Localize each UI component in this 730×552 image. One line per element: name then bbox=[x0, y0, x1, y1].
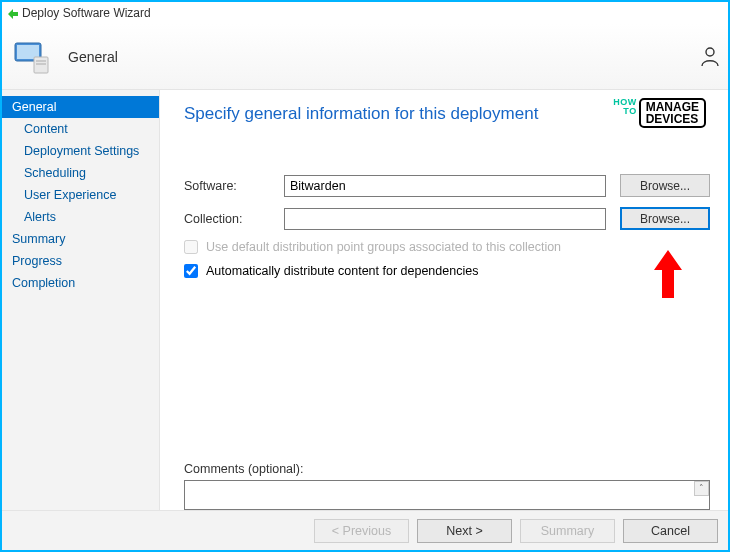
watermark: HOWTO MANAGEDEVICES bbox=[613, 98, 706, 128]
summary-button: Summary bbox=[520, 519, 615, 543]
default-dp-checkbox bbox=[184, 240, 198, 254]
cancel-button[interactable]: Cancel bbox=[623, 519, 718, 543]
comments-scroll-up-icon[interactable]: ˄ bbox=[694, 481, 709, 496]
window-title: Deploy Software Wizard bbox=[22, 6, 151, 20]
titlebar: Deploy Software Wizard bbox=[2, 2, 728, 24]
app-arrow-icon bbox=[8, 8, 18, 18]
auto-distribute-label: Automatically distribute content for dep… bbox=[206, 264, 478, 278]
auto-distribute-checkbox[interactable] bbox=[184, 264, 198, 278]
sidebar-item-general[interactable]: General bbox=[2, 96, 159, 118]
next-button[interactable]: Next > bbox=[417, 519, 512, 543]
header: General bbox=[2, 24, 728, 90]
software-browse-button[interactable]: Browse... bbox=[620, 174, 710, 197]
sidebar-item-scheduling[interactable]: Scheduling bbox=[2, 162, 159, 184]
sidebar-item-user-experience[interactable]: User Experience bbox=[2, 184, 159, 206]
sidebar-item-deployment-settings[interactable]: Deployment Settings bbox=[2, 140, 159, 162]
sidebar-item-progress[interactable]: Progress bbox=[2, 250, 159, 272]
svg-point-5 bbox=[706, 48, 714, 56]
comments-textarea[interactable] bbox=[184, 480, 710, 510]
software-input[interactable] bbox=[284, 175, 606, 197]
default-dp-label: Use default distribution point groups as… bbox=[206, 240, 561, 254]
monitor-icon bbox=[12, 37, 52, 77]
collection-browse-button[interactable]: Browse... bbox=[620, 207, 710, 230]
auto-distribute-checkbox-row[interactable]: Automatically distribute content for dep… bbox=[184, 264, 710, 278]
sidebar-item-alerts[interactable]: Alerts bbox=[2, 206, 159, 228]
svg-rect-4 bbox=[36, 63, 46, 65]
previous-button: < Previous bbox=[314, 519, 409, 543]
comments-label: Comments (optional): bbox=[184, 462, 304, 476]
sidebar-item-completion[interactable]: Completion bbox=[2, 272, 159, 294]
content-pane: HOWTO MANAGEDEVICES Specify general info… bbox=[160, 90, 728, 510]
sidebar-item-content[interactable]: Content bbox=[2, 118, 159, 140]
svg-rect-3 bbox=[36, 60, 46, 62]
collection-input[interactable] bbox=[284, 208, 606, 230]
sidebar-item-summary[interactable]: Summary bbox=[2, 228, 159, 250]
header-title: General bbox=[68, 49, 118, 65]
sidebar: General Content Deployment Settings Sche… bbox=[2, 90, 160, 510]
collection-label: Collection: bbox=[184, 212, 284, 226]
software-label: Software: bbox=[184, 179, 284, 193]
default-dp-checkbox-row: Use default distribution point groups as… bbox=[184, 240, 710, 254]
user-icon[interactable] bbox=[700, 46, 720, 66]
footer: < Previous Next > Summary Cancel bbox=[2, 510, 728, 550]
